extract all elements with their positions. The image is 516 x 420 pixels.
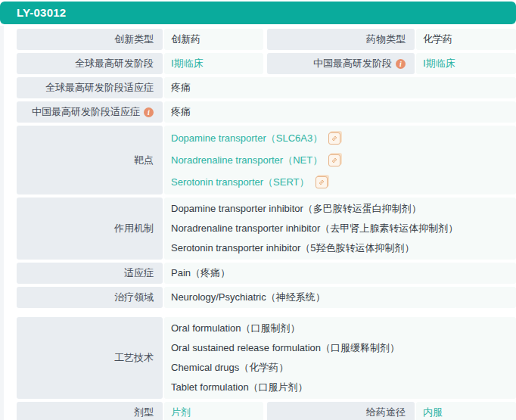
value-cell: Dopamine transporter inhibitor（多巴胺转运蛋白抑制…	[164, 198, 516, 260]
label-cell: 全球最高研发阶段适应症	[17, 77, 163, 98]
label-text: 治疗领域	[114, 291, 154, 304]
page-title: LY-03012	[17, 6, 66, 19]
label-cell: 创新类型	[17, 29, 163, 50]
label-cell: 全球最高研发阶段	[17, 53, 163, 74]
link-text: 内服	[423, 406, 443, 419]
link-text: Serotonin transporter（SERT）	[171, 176, 309, 189]
value-link[interactable]: 片剂	[171, 406, 191, 419]
value-link[interactable]: Ⅰ期临床	[423, 57, 455, 70]
label-text: 全球最高研发阶段	[75, 57, 154, 70]
link-icon[interactable]	[316, 176, 328, 188]
value-cell: Dopamine transporter（SLC6A3）Noradrenalin…	[164, 126, 516, 194]
text-content: 创新药	[171, 33, 200, 46]
label-text: 适应症	[124, 266, 154, 280]
label-cell: 适应症	[17, 263, 163, 284]
text-content: 化学药	[423, 33, 452, 46]
table-row: 中国最高研发阶段适应症i疼痛	[17, 101, 516, 123]
label-cell: 靶点	[17, 126, 163, 194]
table-row: 适应症Pain（疼痛）	[17, 263, 516, 284]
value-cell: 疼痛	[164, 77, 516, 98]
value-link[interactable]: Serotonin transporter（SERT）	[171, 171, 330, 193]
value-text: Oral formulation（口服制剂）	[171, 319, 300, 338]
table-row: 剂型片剂给药途径内服	[17, 402, 516, 420]
value-cell: 化学药	[416, 29, 516, 50]
value-link[interactable]: Dopamine transporter（SLC6A3）	[171, 127, 343, 149]
value-text: Noradrenaline transporter inhibitor（去甲肾上…	[171, 219, 458, 238]
label-text: 工艺技术	[114, 351, 154, 365]
text-content: Oral formulation（口服制剂）	[171, 322, 300, 335]
label-text: 给药途径	[366, 406, 406, 419]
table-row: 靶点Dopamine transporter（SLC6A3）Noradrenal…	[17, 126, 516, 194]
table-row: 全球最高研发阶段Ⅰ期临床中国最高研发阶段iⅠ期临床	[17, 53, 516, 74]
text-content: 疼痛	[171, 105, 191, 119]
link-text: Dopamine transporter（SLC6A3）	[171, 132, 322, 145]
table-row: 作用机制Dopamine transporter inhibitor（多巴胺转运…	[17, 198, 516, 260]
value-text: Oral sustained release formulation（口服缓释制…	[171, 338, 399, 358]
label-cell: 给药途径	[267, 402, 415, 420]
value-text: Pain（疼痛）	[171, 266, 230, 280]
label-cell: 剂型	[17, 402, 163, 420]
value-text: Dopamine transporter inhibitor（多巴胺转运蛋白抑制…	[171, 199, 421, 219]
drug-header-bar: LY-03012	[0, 2, 516, 24]
link-text: 片剂	[171, 406, 191, 419]
text-content: Oral sustained release formulation（口服缓释制…	[171, 341, 399, 355]
label-text: 中国最高研发阶段适应症	[32, 105, 140, 119]
link-text: Ⅰ期临床	[171, 57, 204, 70]
label-text: 剂型	[134, 406, 154, 419]
label-cell: 作用机制	[17, 198, 163, 260]
info-icon[interactable]: i	[144, 107, 154, 117]
text-content: Neurology/Psychiatric（神经系统）	[171, 291, 325, 304]
detail-table: 创新类型创新药药物类型化学药全球最高研发阶段Ⅰ期临床中国最高研发阶段iⅠ期临床全…	[17, 29, 516, 420]
label-cell: 药物类型	[267, 29, 415, 50]
label-text: 药物类型	[366, 33, 406, 46]
text-content: Chemical drugs（化学药）	[171, 361, 288, 375]
label-text: 全球最高研发阶段适应症	[45, 81, 154, 95]
label-text: 靶点	[134, 154, 154, 167]
text-content: 疼痛	[171, 81, 191, 95]
table-row: 工艺技术Oral formulation（口服制剂）Oral sustained…	[17, 317, 516, 399]
text-content: Pain（疼痛）	[171, 266, 230, 280]
link-text: Ⅰ期临床	[423, 57, 455, 70]
value-cell: Ⅰ期临床	[164, 53, 263, 74]
label-cell: 中国最高研发阶段i	[267, 53, 415, 74]
value-text: Chemical drugs（化学药）	[171, 358, 288, 378]
value-link[interactable]: Ⅰ期临床	[171, 57, 204, 70]
label-text: 中国最高研发阶段	[313, 57, 392, 70]
value-text: 疼痛	[171, 105, 191, 119]
label-cell: 治疗领域	[17, 287, 163, 308]
table-row: 创新类型创新药药物类型化学药	[17, 29, 516, 50]
value-text: Serotonin transporter inhibitor（5羟色胺转运体抑…	[171, 238, 415, 258]
text-content: Dopamine transporter inhibitor（多巴胺转运蛋白抑制…	[171, 202, 421, 216]
value-link[interactable]: 内服	[423, 406, 443, 419]
left-edge-strip	[0, 26, 4, 420]
link-icon[interactable]	[328, 132, 340, 145]
table-row: 全球最高研发阶段适应症疼痛	[17, 77, 516, 98]
text-content: Tablet formulation（口服片剂）	[171, 381, 308, 394]
value-text: Neurology/Psychiatric（神经系统）	[171, 291, 325, 304]
value-cell: 片剂	[164, 402, 263, 420]
table-row: 治疗领域Neurology/Psychiatric（神经系统）	[17, 287, 516, 308]
value-text: 创新药	[171, 33, 200, 46]
link-icon[interactable]	[328, 154, 340, 166]
value-cell: Neurology/Psychiatric（神经系统）	[164, 287, 516, 308]
value-text: 化学药	[423, 33, 452, 46]
value-text: Tablet formulation（口服片剂）	[171, 378, 308, 397]
value-cell: Ⅰ期临床	[416, 53, 516, 74]
value-cell: 创新药	[164, 29, 263, 50]
label-cell: 中国最高研发阶段适应症i	[17, 101, 163, 123]
value-cell: 内服	[416, 402, 516, 420]
info-icon[interactable]: i	[396, 59, 406, 69]
label-cell: 工艺技术	[17, 317, 163, 399]
value-cell: 疼痛	[164, 101, 516, 123]
text-content: Serotonin transporter inhibitor（5羟色胺转运体抑…	[171, 241, 415, 255]
value-cell: Oral formulation（口服制剂）Oral sustained rel…	[164, 317, 516, 399]
link-text: Noradrenaline transporter（NET）	[171, 154, 322, 167]
label-text: 创新类型	[114, 33, 154, 46]
label-text: 作用机制	[114, 222, 154, 235]
value-link[interactable]: Noradrenaline transporter（NET）	[171, 149, 343, 171]
value-text: 疼痛	[171, 81, 191, 95]
value-cell: Pain（疼痛）	[164, 263, 516, 284]
text-content: Noradrenaline transporter inhibitor（去甲肾上…	[171, 222, 458, 235]
